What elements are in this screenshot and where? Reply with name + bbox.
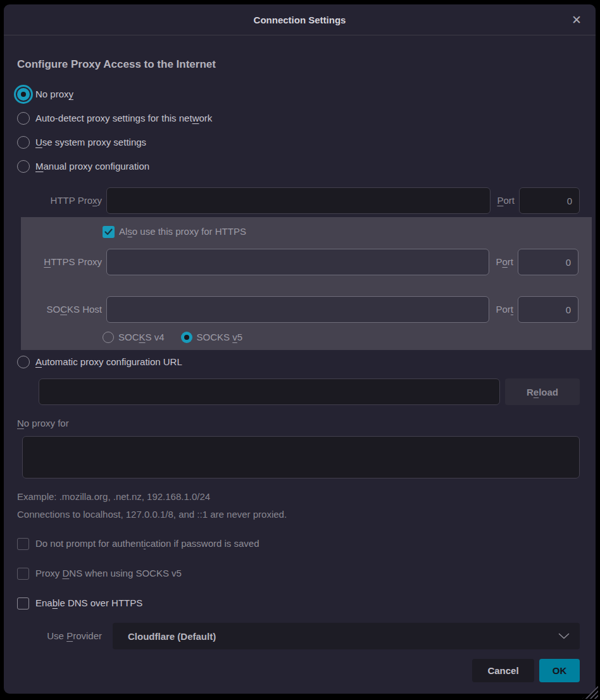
cancel-button[interactable]: Cancel	[472, 659, 534, 682]
close-icon[interactable]: ✕	[568, 11, 585, 28]
dialog-content: Configure Proxy Access to the Internet N…	[4, 35, 596, 694]
also-use-https-checkbox[interactable]	[103, 226, 115, 238]
doh-provider-value: Cloudflare (Default)	[128, 631, 558, 642]
radio-option-manual-proxy[interactable]: Manual proxy configuration	[17, 154, 580, 178]
connection-settings-dialog: Connection Settings ✕ Configure Proxy Ac…	[4, 4, 596, 694]
proxy-dns-checkbox[interactable]	[17, 568, 29, 580]
page-title: Configure Proxy Access to the Internet	[17, 57, 580, 72]
dialog-button-row: Cancel OK	[17, 659, 580, 682]
no-proxy-label: No proxy	[35, 87, 73, 101]
dialog-titlebar: Connection Settings ✕	[4, 4, 596, 35]
proxy-dns-row[interactable]: Proxy DNS when using SOCKS v5	[17, 565, 580, 582]
no-proxy-for-textarea[interactable]	[22, 436, 580, 478]
socks-port-label: Port	[496, 303, 513, 316]
ok-button[interactable]: OK	[539, 659, 580, 682]
enable-doh-checkbox[interactable]	[17, 597, 29, 609]
auto-url-input-row: Reload	[39, 378, 580, 405]
radio-option-auto-url[interactable]: Automatic proxy configuration URL	[17, 353, 580, 372]
socks-host-label: SOCKS Host	[21, 303, 102, 316]
http-proxy-input[interactable]	[106, 187, 491, 214]
manual-proxy-label: Manual proxy configuration	[35, 159, 149, 173]
system-proxy-label: Use system proxy settings	[35, 135, 146, 149]
https-port-input[interactable]	[518, 249, 578, 275]
manual-proxy-radio[interactable]	[17, 160, 30, 173]
http-port-label: Port	[497, 194, 515, 208]
socks-port-input[interactable]	[518, 296, 578, 323]
radio-option-auto-detect[interactable]: Auto-detect proxy settings for this netw…	[17, 106, 580, 130]
system-proxy-radio[interactable]	[17, 136, 30, 149]
auto-url-label: Automatic proxy configuration URL	[35, 355, 182, 369]
auto-detect-radio[interactable]	[17, 112, 30, 125]
also-use-https-label: Also use this proxy for HTTPS	[119, 225, 246, 239]
enable-doh-label: Enable DNS over HTTPS	[35, 596, 142, 610]
localhost-note-text: Connections to localhost, 127.0.0.1/8, a…	[17, 508, 580, 522]
use-provider-label: Use Provider	[17, 629, 102, 643]
no-prompt-auth-label: Do not prompt for authentication if pass…	[35, 537, 259, 551]
radio-option-system-proxy[interactable]: Use system proxy settings	[17, 130, 580, 154]
socks-host-input[interactable]	[106, 296, 489, 323]
https-port-label: Port	[496, 255, 513, 269]
checkmark-icon	[104, 228, 113, 235]
proxy-dns-label: Proxy DNS when using SOCKS v5	[35, 566, 182, 580]
socks-version-row: SOCKS v4 SOCKS v5	[103, 329, 578, 346]
also-use-https-row[interactable]: Also use this proxy for HTTPS	[103, 223, 578, 240]
no-proxy-for-label: No proxy for	[17, 416, 580, 431]
example-text: Example: .mozilla.org, .net.nz, 192.168.…	[17, 490, 580, 504]
dialog-title: Connection Settings	[254, 15, 346, 25]
doh-provider-row: Use Provider Cloudflare (Default)	[17, 623, 580, 649]
socks-v5-radio[interactable]	[181, 332, 192, 343]
http-port-input[interactable]	[519, 187, 580, 214]
socks-v5-label: SOCKS v5	[197, 330, 243, 344]
socks-v4-label: SOCKS v4	[118, 330, 165, 344]
auto-detect-label: Auto-detect proxy settings for this netw…	[35, 111, 212, 125]
https-proxy-input[interactable]	[106, 249, 489, 275]
auto-url-radio[interactable]	[17, 356, 30, 368]
no-proxy-radio[interactable]	[17, 88, 30, 101]
socks-v4-radio[interactable]	[103, 332, 114, 343]
http-proxy-label: HTTP Proxy	[17, 194, 102, 208]
https-proxy-row: HTTPS Proxy Port	[21, 249, 578, 275]
http-proxy-row: HTTP Proxy Port	[17, 187, 580, 214]
no-prompt-auth-row[interactable]: Do not prompt for authentication if pass…	[17, 535, 580, 552]
no-prompt-auth-checkbox[interactable]	[17, 538, 29, 550]
socks-host-row: SOCKS Host Port	[21, 296, 578, 323]
https-socks-highlight-section: Also use this proxy for HTTPS HTTPS Prox…	[21, 217, 592, 350]
doh-provider-dropdown[interactable]: Cloudflare (Default)	[113, 623, 580, 649]
reload-button[interactable]: Reload	[505, 378, 580, 405]
https-proxy-label: HTTPS Proxy	[21, 255, 102, 269]
auto-url-input[interactable]	[39, 378, 500, 405]
radio-option-no-proxy[interactable]: No proxy	[17, 82, 580, 106]
enable-doh-row[interactable]: Enable DNS over HTTPS	[17, 595, 580, 611]
chevron-down-icon	[558, 633, 570, 639]
